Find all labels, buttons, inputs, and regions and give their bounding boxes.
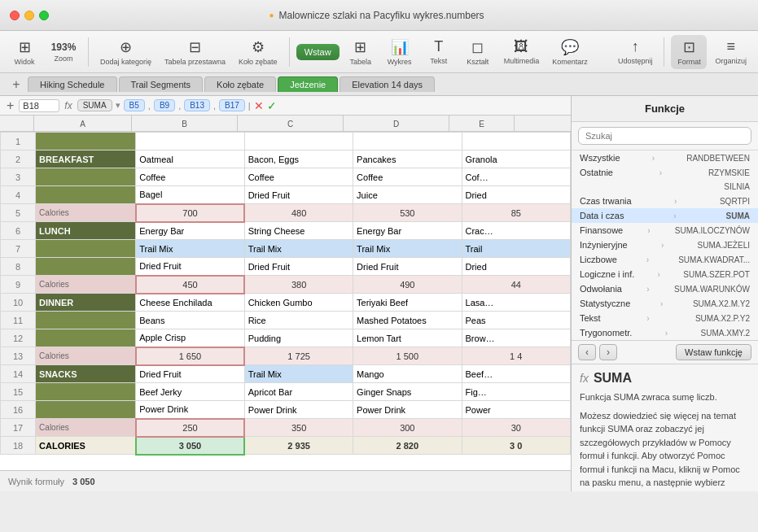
tab-trail[interactable]: Trail Segments bbox=[119, 76, 204, 92]
cell-a15[interactable] bbox=[36, 383, 136, 401]
cell-c15[interactable]: Apricot Bar bbox=[244, 383, 353, 401]
formula-chip-b5[interactable]: B5 bbox=[124, 99, 145, 111]
insert-button[interactable]: Wstaw bbox=[296, 44, 340, 60]
cell-d9[interactable]: 490 bbox=[353, 276, 462, 294]
formula-confirm-button[interactable]: ✓ bbox=[267, 99, 277, 112]
category-row-duration[interactable]: Czas trwania › SQRTPI bbox=[572, 194, 758, 208]
cell-d10[interactable]: Teriyaki Beef bbox=[353, 294, 462, 312]
cell-e1[interactable] bbox=[462, 133, 570, 150]
cell-c1[interactable] bbox=[244, 133, 353, 150]
cell-c4[interactable]: Dried Fruit bbox=[244, 186, 353, 204]
cell-d3[interactable]: Coffee bbox=[353, 168, 462, 186]
tab-hiking[interactable]: Hiking Schedule bbox=[28, 76, 117, 92]
category-row-text[interactable]: Tekst › SUMA.X2.P.Y2 bbox=[572, 311, 758, 325]
add-tab-button[interactable]: + bbox=[7, 76, 26, 94]
formula-chip-b17[interactable]: B17 bbox=[219, 99, 245, 111]
cell-e8[interactable]: Dried bbox=[462, 258, 570, 276]
cell-c18[interactable]: 2 935 bbox=[244, 437, 353, 455]
cell-a16[interactable] bbox=[36, 401, 136, 419]
cell-e10[interactable]: Lasa… bbox=[462, 294, 570, 312]
cell-d5[interactable]: 530 bbox=[353, 204, 462, 222]
cell-e9[interactable]: 44 bbox=[462, 276, 570, 294]
toolbar-share[interactable]: ↑ Udostępnij bbox=[613, 35, 658, 68]
cell-e5[interactable]: 85 bbox=[462, 204, 570, 222]
cell-c3[interactable]: Coffee bbox=[244, 168, 353, 186]
cell-a3[interactable] bbox=[36, 168, 136, 186]
tab-food[interactable]: Jedzenie bbox=[278, 76, 338, 92]
close-button[interactable] bbox=[10, 11, 20, 20]
cell-d1[interactable] bbox=[353, 133, 462, 150]
category-row-engineering[interactable]: Inżynieryjne › SUMA.JEŻELI bbox=[572, 238, 758, 252]
cell-reference-input[interactable] bbox=[19, 99, 59, 112]
cell-c10[interactable]: Chicken Gumbo bbox=[244, 294, 353, 312]
cell-a6[interactable]: LUNCH bbox=[36, 222, 136, 240]
cell-a11[interactable] bbox=[36, 312, 136, 329]
cell-a14[interactable]: SNACKS bbox=[36, 365, 136, 383]
cell-e17[interactable]: 30 bbox=[462, 419, 570, 437]
cell-b2[interactable]: Oatmeal bbox=[136, 150, 244, 168]
cell-e16[interactable]: Power bbox=[462, 401, 570, 419]
cell-d4[interactable]: Juice bbox=[353, 186, 462, 204]
cell-e7[interactable]: Trail bbox=[462, 240, 570, 258]
toolbar-chart[interactable]: 📊 Wykres bbox=[382, 35, 418, 69]
cell-e3[interactable]: Cof… bbox=[462, 168, 570, 186]
cell-c11[interactable]: Rice bbox=[244, 312, 353, 329]
cell-b16[interactable]: Power Drink bbox=[136, 401, 244, 419]
category-row-all[interactable]: Wszystkie › RANDBETWEEN bbox=[572, 150, 758, 165]
category-row-trig[interactable]: Trygonometr. › SUMA.XMY.2 bbox=[572, 325, 758, 340]
cell-b11[interactable]: Beans bbox=[136, 312, 244, 329]
cell-e6[interactable]: Crac… bbox=[462, 222, 570, 240]
cell-c7[interactable]: Trail Mix bbox=[244, 240, 353, 258]
cell-b3[interactable]: Coffee bbox=[136, 168, 244, 186]
cell-a10[interactable]: DINNER bbox=[36, 294, 136, 312]
cell-b1[interactable] bbox=[136, 133, 244, 150]
cell-a8[interactable] bbox=[36, 258, 136, 276]
cell-a7[interactable] bbox=[36, 240, 136, 258]
cell-d16[interactable]: Power Drink bbox=[353, 401, 462, 419]
cell-e4[interactable]: Dried bbox=[462, 186, 570, 204]
cell-b18[interactable]: 3 050 bbox=[136, 437, 244, 455]
cell-d6[interactable]: Energy Bar bbox=[353, 222, 462, 240]
cell-a13[interactable]: Calories bbox=[36, 347, 136, 365]
formula-func-chip[interactable]: SUMA bbox=[77, 99, 112, 111]
cell-e12[interactable]: Brow… bbox=[462, 329, 570, 347]
toolbar-text[interactable]: T Tekst bbox=[421, 35, 457, 68]
cell-a1[interactable] bbox=[36, 133, 136, 150]
cell-d18[interactable]: 2 820 bbox=[353, 437, 462, 455]
cell-d12[interactable]: Lemon Tart bbox=[353, 329, 462, 347]
category-row-stats[interactable]: Statystyczne › SUMA.X2.M.Y2 bbox=[572, 296, 758, 311]
cell-c12[interactable]: Pudding bbox=[244, 329, 353, 347]
cell-d2[interactable]: Pancakes bbox=[353, 150, 462, 168]
category-row-numeric[interactable]: Liczbowe › SUMA.KWADRAT... bbox=[572, 252, 758, 267]
cell-d7[interactable]: Trail Mix bbox=[353, 240, 462, 258]
search-input[interactable] bbox=[578, 127, 751, 145]
cell-b10[interactable]: Cheese Enchilada bbox=[136, 294, 244, 312]
category-row-recent[interactable]: Ostatnie › RZYMSKIE bbox=[572, 165, 758, 180]
cell-b9[interactable]: 450 bbox=[136, 276, 244, 294]
cell-b6[interactable]: Energy Bar bbox=[136, 222, 244, 240]
toolbar-zoom[interactable]: 193% Zoom bbox=[46, 38, 81, 66]
col-header-b[interactable]: B bbox=[132, 116, 238, 132]
toolbar-gear[interactable]: ⚙ Koło zębate bbox=[234, 35, 283, 69]
nav-next-button[interactable]: › bbox=[599, 344, 617, 360]
cell-d8[interactable]: Dried Fruit bbox=[353, 258, 462, 276]
cell-b13[interactable]: 1 650 bbox=[136, 347, 244, 365]
category-row-financial[interactable]: Finansowe › SUMA.ILOCZYNÓW bbox=[572, 223, 758, 238]
toolbar-comment[interactable]: 💬 Komentarz bbox=[547, 35, 593, 69]
insert-function-button[interactable]: Wstaw funkcję bbox=[676, 344, 751, 360]
tab-gear[interactable]: Koło zębate bbox=[204, 76, 276, 92]
toolbar-shape[interactable]: ◻ Kształt bbox=[460, 35, 496, 69]
cell-a17[interactable]: Calories bbox=[36, 419, 136, 437]
toolbar-view[interactable]: ⊞ Widok bbox=[7, 35, 42, 69]
cell-c6[interactable]: String Cheese bbox=[244, 222, 353, 240]
cell-c17[interactable]: 350 bbox=[244, 419, 353, 437]
formula-chip-b13[interactable]: B13 bbox=[184, 99, 210, 111]
cell-b4[interactable]: Bagel bbox=[136, 186, 244, 204]
toolbar-format[interactable]: ⊡ Format bbox=[671, 35, 707, 69]
cell-a2[interactable]: BREAKFAST bbox=[36, 150, 136, 168]
cell-a4[interactable] bbox=[36, 186, 136, 204]
category-row-datetime[interactable]: Data i czas › SUMA bbox=[572, 208, 758, 223]
formula-chip-b9[interactable]: B9 bbox=[154, 99, 175, 111]
category-row-silnia[interactable]: SILNIA bbox=[572, 180, 758, 194]
col-header-a[interactable]: A bbox=[34, 116, 132, 132]
